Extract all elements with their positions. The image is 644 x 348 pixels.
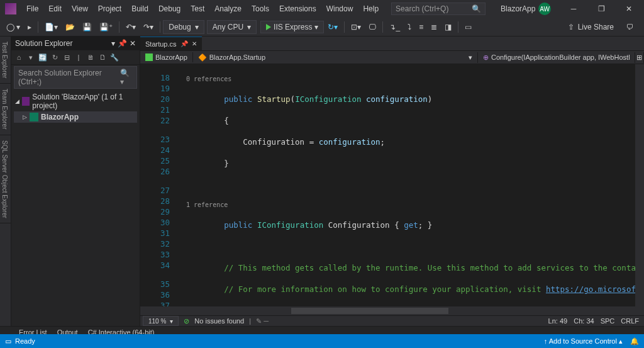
redo-button[interactable]: ↷▾	[140, 21, 157, 33]
browser-button[interactable]: 🖵	[365, 21, 380, 33]
vtab-sql-server[interactable]: SQL Server Object Explorer	[0, 135, 11, 224]
search-icon: 🔍	[472, 4, 481, 13]
nav-project-dropdown[interactable]: BlazorApp	[140, 52, 193, 62]
menu-edit[interactable]: Edit	[43, 2, 67, 16]
menu-project[interactable]: Project	[93, 2, 126, 16]
new-item-button[interactable]: 📄▾	[41, 21, 62, 33]
tab-pin-icon[interactable]: 📌	[180, 40, 188, 47]
zoom-dropdown[interactable]: 110 %▾	[143, 316, 179, 326]
code-text[interactable]: 0 references public Startup(IConfigurati…	[184, 64, 635, 306]
menu-window[interactable]: Window	[321, 2, 358, 16]
line-ending-mode[interactable]: CRLF	[621, 317, 639, 325]
solution-explorer-title: Solution Explorer	[15, 39, 72, 48]
solution-toolbar: ⌂ ▾ 🔄 ↻ ⊟ | 🗎 🗋 🔧	[11, 50, 140, 65]
class-icon: 🔶	[198, 53, 207, 62]
feedback-icon[interactable]: 🗩	[626, 23, 634, 31]
undo-button[interactable]: ↶▾	[122, 21, 140, 33]
vs-logo-icon	[5, 3, 16, 14]
platform-dropdown[interactable]: Any CPU▾	[207, 20, 257, 34]
title-bar: File Edit View Project Build Debug Test …	[0, 0, 644, 18]
solution-search-input[interactable]: Search Solution Explorer (Ctrl+;) 🔍▾	[14, 66, 137, 89]
panel-close-icon[interactable]: ✕	[130, 39, 136, 48]
search-placeholder: Search (Ctrl+Q)	[396, 4, 448, 13]
git-indicator-icon[interactable]: ✎ ─	[256, 317, 269, 325]
editor-tab-startup[interactable]: Startup.cs 📌 ✕	[140, 36, 202, 50]
indent-mode[interactable]: SPC	[601, 317, 615, 325]
nav-member-dropdown[interactable]: ⊕ Configure(IApplicationBuilder app, IWe…	[478, 52, 635, 63]
fold-column[interactable]	[175, 64, 184, 306]
play-icon	[266, 24, 271, 30]
menu-test[interactable]: Test	[186, 2, 209, 16]
method-icon: ⊕	[483, 53, 489, 62]
sync-icon[interactable]: 🔄	[38, 52, 48, 62]
status-ready-text: Ready	[15, 337, 35, 345]
nav-back-button[interactable]: ◯ ▾	[3, 21, 24, 33]
menu-debug[interactable]: Debug	[153, 2, 186, 16]
menu-analyze[interactable]: Analyze	[209, 2, 247, 16]
marker-bar[interactable]	[635, 64, 644, 306]
menu-file[interactable]: File	[21, 2, 43, 16]
format-button[interactable]: ▭	[461, 21, 475, 33]
search-icon: 🔍▾	[120, 69, 133, 86]
indent-button[interactable]: ≣	[427, 21, 441, 33]
solution-title: BlazorApp	[501, 4, 535, 13]
menu-extensions[interactable]: Extensions	[274, 2, 321, 16]
show-all-icon[interactable]: 🗎	[86, 52, 96, 62]
global-search-input[interactable]: Search (Ctrl+Q) 🔍	[391, 3, 486, 15]
step-into-button[interactable]: ↴_	[386, 21, 404, 33]
notifications-icon[interactable]: 🔔	[630, 337, 639, 345]
code-editor: Startup.cs 📌 ✕ BlazorApp 🔶 BlazorApp.Sta…	[140, 36, 644, 326]
codelens[interactable]: 1 reference	[186, 201, 635, 209]
tab-close-icon[interactable]: ✕	[192, 40, 197, 47]
nav-type-dropdown[interactable]: 🔶 BlazorApp.Startup ▾	[193, 52, 478, 63]
menu-build[interactable]: Build	[126, 2, 153, 16]
user-avatar[interactable]: AW	[538, 3, 551, 15]
issues-ok-icon: ⊘	[184, 317, 189, 325]
comment-button[interactable]: ◨	[441, 21, 455, 33]
preview-icon[interactable]: 🗋	[97, 52, 108, 62]
properties-icon[interactable]: 🔧	[109, 52, 119, 62]
split-editor-button[interactable]: ⊞	[635, 52, 644, 63]
horizontal-scrollbar[interactable]	[140, 306, 644, 315]
status-bar: ▭ Ready ↑ Add to Source Control ▴ 🔔	[0, 334, 644, 348]
live-share-button[interactable]: ⇪ Live Share 🗩	[568, 23, 641, 31]
open-button[interactable]: 📂	[62, 21, 79, 33]
refresh-button[interactable]: ↻▾	[324, 21, 341, 33]
add-source-control-button[interactable]: ↑ Add to Source Control ▴	[544, 337, 623, 345]
window-minimize-button[interactable]: ─	[561, 0, 586, 18]
vtab-test-explorer[interactable]: Test Explorer	[0, 36, 11, 84]
panel-pin-icon[interactable]: 📌	[118, 39, 127, 48]
line-number-gutter: 18 19 20 21 22 23 24 25 26 27 28 29 30 3…	[140, 64, 175, 306]
share-icon: ⇪	[568, 23, 574, 31]
vtab-team-explorer[interactable]: Team Explorer	[0, 84, 11, 135]
issues-label[interactable]: No issues found	[194, 317, 244, 325]
main-toolbar: ◯ ▾ ▸ 📄▾ 📂 💾 💾⁺ ↶▾ ↷▾ Debug▾ Any CPU▾ II…	[0, 18, 644, 36]
step-over-button[interactable]: ⤵	[404, 21, 415, 33]
menu-help[interactable]: Help	[358, 2, 384, 16]
solution-icon	[22, 97, 30, 106]
outdent-button[interactable]: ≡	[415, 21, 427, 33]
save-all-button[interactable]: 💾⁺	[96, 21, 116, 33]
refresh-icon[interactable]: ↻	[50, 52, 60, 62]
project-node[interactable]: ▷ BlazorApp	[14, 111, 137, 123]
code-area[interactable]: 18 19 20 21 22 23 24 25 26 27 28 29 30 3…	[140, 64, 644, 306]
window-close-button[interactable]: ✕	[616, 0, 641, 18]
window-restore-button[interactable]: ❐	[589, 0, 614, 18]
configuration-dropdown[interactable]: Debug▾	[163, 20, 204, 34]
panel-options-icon[interactable]: ▾	[111, 39, 115, 48]
solution-explorer-panel: Solution Explorer ▾ 📌 ✕ ⌂ ▾ 🔄 ↻ ⊟ | 🗎 🗋 …	[11, 36, 140, 326]
status-ready-icon: ▭	[5, 337, 11, 345]
codelens[interactable]: 0 references	[186, 75, 635, 83]
collapse-icon[interactable]: ⊟	[62, 52, 72, 62]
csproj-icon	[145, 53, 153, 61]
nav-forward-button[interactable]: ▸	[24, 21, 35, 33]
browser-link-button[interactable]: ⊡▾	[347, 21, 365, 33]
menu-tools[interactable]: Tools	[247, 2, 274, 16]
run-button[interactable]: IIS Express▾	[260, 21, 324, 33]
solution-root-node[interactable]: ◢ Solution 'BlazorApp' (1 of 1 project)	[14, 91, 137, 111]
menu-view[interactable]: View	[67, 2, 93, 16]
save-button[interactable]: 💾	[79, 21, 96, 33]
home-icon[interactable]: ⌂	[14, 52, 24, 62]
csproj-icon	[30, 113, 38, 121]
